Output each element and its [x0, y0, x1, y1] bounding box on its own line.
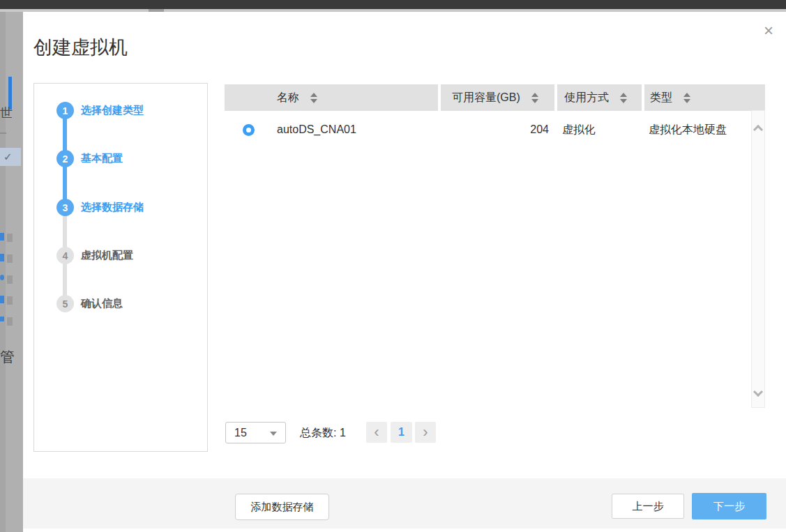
step-label: 确认信息 — [81, 297, 123, 310]
radio-center — [246, 128, 251, 132]
wizard-stepper: 1 选择创建类型 2 基本配置 3 选择数据存储 4 虚拟机配置 5 确认信息 — [33, 83, 208, 452]
background-text-smudge — [7, 254, 13, 263]
column-header-type: 类型 — [644, 84, 765, 111]
background-menu-icon — [0, 254, 4, 261]
column-header-usage: 使用方式 — [557, 84, 642, 111]
sort-icon[interactable] — [310, 93, 317, 103]
background-text-smudge — [7, 234, 13, 242]
dialog-title: 创建虚拟机 — [33, 35, 128, 60]
step-number-badge: 3 — [56, 199, 74, 216]
table-header: 名称 可用容量(GB) 使用方式 类型 — [225, 84, 765, 111]
column-label: 可用容量(GB) — [452, 91, 520, 105]
background-menu-icon — [0, 275, 4, 280]
dimmed-background: 世 ✓ 管 — [0, 12, 23, 532]
background-text-fragment: 管 — [0, 347, 15, 367]
background-text-smudge — [7, 296, 13, 305]
step-select-create-type[interactable]: 1 选择创建类型 — [56, 102, 144, 119]
browser-topbar — [0, 0, 786, 9]
column-label: 使用方式 — [564, 91, 609, 105]
scroll-up-icon[interactable] — [753, 125, 763, 135]
background-text-smudge — [7, 275, 13, 284]
screen: 世 ✓ 管 × 创建虚拟机 1 选择创建类型 2 基本配置 — [0, 0, 786, 532]
table-row[interactable]: autoDS_CNA01 204 虚拟化 虚拟化本地硬盘 — [225, 113, 765, 146]
background-text-fragment: 世 — [0, 105, 13, 121]
cell-name: autoDS_CNA01 — [225, 123, 438, 136]
background-menu-icon — [0, 233, 4, 241]
page-size-select[interactable]: 15 — [225, 422, 286, 443]
column-header-name: 名称 — [225, 84, 438, 111]
column-label: 名称 — [277, 91, 299, 105]
previous-step-button[interactable]: 上一步 — [612, 494, 684, 519]
step-select-datastore[interactable]: 3 选择数据存储 — [56, 199, 144, 216]
total-count-label: 总条数: 1 — [300, 426, 346, 441]
vertical-scrollbar[interactable] — [751, 110, 765, 408]
step-vm-config: 4 虚拟机配置 — [56, 247, 133, 264]
background-sidebar-edge — [0, 12, 6, 532]
scroll-down-icon[interactable] — [753, 387, 763, 397]
cell-type: 虚拟化本地硬盘 — [644, 123, 765, 137]
add-datastore-button[interactable]: 添加数据存储 — [235, 494, 329, 520]
step-number-badge: 4 — [56, 247, 74, 264]
background-text-smudge — [7, 317, 13, 326]
step-number-badge: 5 — [56, 295, 74, 312]
background-menu-icon — [0, 317, 4, 321]
next-page-button[interactable]: › — [415, 422, 436, 443]
cell-capacity: 204 — [441, 123, 554, 136]
step-number-badge: 1 — [56, 102, 74, 119]
create-vm-dialog: × 创建虚拟机 1 选择创建类型 2 基本配置 3 选择数据存储 4 虚拟机配置 — [23, 12, 786, 532]
next-step-button[interactable]: 下一步 — [692, 493, 766, 519]
step-label: 虚拟机配置 — [81, 249, 133, 262]
background-menu-icon — [0, 296, 4, 303]
column-label: 类型 — [650, 91, 672, 105]
page-size-value: 15 — [234, 427, 247, 439]
dialog-footer: 添加数据存储 上一步 下一步 — [23, 478, 786, 529]
prev-page-button[interactable]: ‹ — [366, 422, 387, 443]
step-basic-config[interactable]: 2 基本配置 — [56, 150, 123, 167]
chevron-down-icon — [270, 432, 277, 436]
step-label: 选择创建类型 — [81, 104, 144, 117]
step-label: 选择数据存储 — [81, 201, 144, 214]
step-number-badge: 2 — [56, 150, 74, 167]
current-page-number[interactable]: 1 — [391, 422, 412, 443]
background-selected-row: ✓ — [0, 148, 21, 166]
sort-icon[interactable] — [683, 93, 690, 103]
column-header-capacity: 可用容量(GB) — [441, 84, 554, 111]
datastore-name: autoDS_CNA01 — [277, 123, 356, 136]
step-label: 基本配置 — [81, 152, 123, 165]
cell-usage: 虚拟化 — [557, 123, 642, 137]
sort-icon[interactable] — [531, 93, 538, 103]
background-dash-fragment — [0, 132, 6, 134]
step-confirm-info: 5 确认信息 — [56, 295, 123, 312]
close-icon[interactable]: × — [761, 23, 776, 38]
sort-icon[interactable] — [620, 93, 627, 103]
radio-selected[interactable] — [243, 124, 255, 136]
